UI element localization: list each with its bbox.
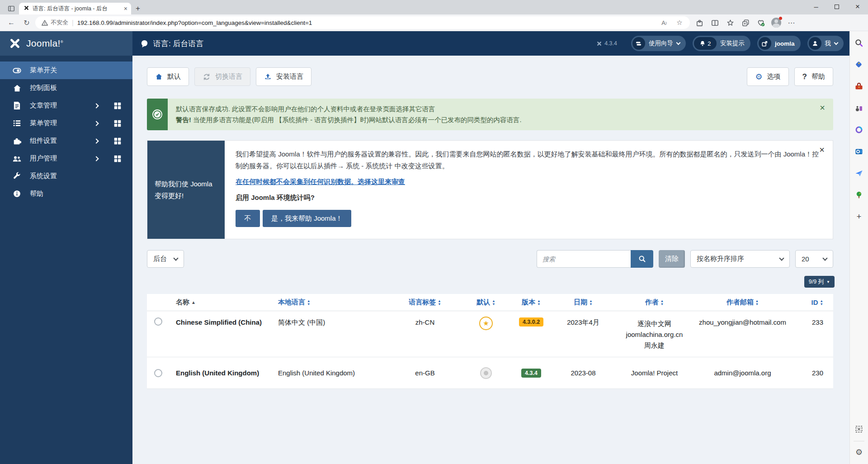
install-language-button[interactable]: 安装语言 — [256, 67, 311, 86]
split-screen-icon[interactable] — [707, 16, 722, 29]
games-icon[interactable] — [853, 102, 865, 114]
stats-review-link[interactable]: 在任何时候都不会采集到任何识别数据。选择这里来审查 — [236, 178, 405, 186]
columns-badge[interactable]: 9/9 列 ▼ — [804, 276, 835, 288]
plus-icon[interactable]: + — [853, 210, 865, 223]
version-badge: 4.3.4 — [513, 357, 549, 388]
options-button[interactable]: ⚙ 选项 — [747, 67, 788, 86]
sidebar-item-content[interactable]: 文章管理 — [0, 97, 132, 114]
snip-icon[interactable] — [853, 423, 865, 436]
author-email: admin@joomla.org — [692, 357, 793, 388]
sort-select[interactable]: 按名称升序排序 — [690, 250, 790, 268]
author-email: zhou_yongjian@hotmail.com — [692, 311, 793, 357]
grid-icon[interactable] — [113, 137, 122, 145]
grid-icon[interactable] — [113, 155, 122, 163]
bell-icon — [699, 40, 706, 47]
search-button[interactable] — [631, 250, 653, 268]
sidebar-item-components[interactable]: 组件设置 — [0, 132, 132, 150]
sort-both-icon: ▲▼ — [537, 299, 540, 306]
browser-essentials-icon[interactable] — [753, 16, 769, 29]
shopping-icon[interactable] — [853, 58, 865, 71]
user-menu-button[interactable]: 我 — [807, 36, 844, 51]
window-close-button[interactable]: × — [847, 0, 868, 14]
column-header-author[interactable]: 作者▲▼ — [617, 298, 692, 307]
filter-bar: 后台 清除 按名称升序排序 20 — [147, 250, 833, 268]
sidebar-item-help[interactable]: 帮助 — [0, 185, 132, 203]
default-toggle[interactable] — [459, 357, 513, 388]
table-header-row: 名称▲ 本地语言▲▼ 语言标签▲▼ 默认▲▼ 版本▲▼ 日期▲▼ 作者▲▼ 作者… — [147, 294, 833, 311]
native-name: English (United Kingdom) — [278, 357, 391, 388]
language-name[interactable]: Chinese Simplified (China) — [170, 311, 278, 357]
window-maximize-button[interactable] — [826, 0, 847, 14]
security-warning[interactable]: 不安全 — [42, 19, 68, 27]
search-icon[interactable] — [853, 37, 865, 49]
profile-avatar[interactable] — [769, 16, 784, 29]
browser-tab[interactable]: 语言: 后台语言 - joomla - 后台 × — [19, 3, 131, 14]
column-header-version[interactable]: 版本▲▼ — [513, 298, 549, 307]
grid-icon[interactable] — [113, 119, 122, 128]
default-toggle[interactable]: ★ — [459, 311, 513, 357]
browser-menu-icon[interactable]: ⋯ — [784, 16, 799, 29]
view-site-button[interactable]: joomla — [757, 36, 801, 51]
drop-icon[interactable] — [853, 167, 865, 180]
collections-icon[interactable] — [722, 16, 738, 29]
native-name: 简体中文 (中国) — [278, 311, 391, 357]
outlook-icon[interactable] — [853, 145, 865, 158]
column-header-default[interactable]: 默认▲▼ — [459, 298, 513, 307]
row-radio[interactable] — [147, 357, 170, 388]
speech-bubble-icon — [140, 39, 149, 48]
refresh-icon[interactable]: ↻ — [20, 16, 33, 29]
version-badge: 4.3.0.2 — [513, 311, 549, 357]
loop-icon[interactable] — [853, 123, 865, 136]
favorite-star-icon[interactable]: ☆ — [674, 17, 685, 28]
client-select[interactable]: 后台 — [147, 250, 184, 268]
url-field[interactable]: 不安全 | 192.168.0.99/administrator/index.p… — [35, 16, 690, 29]
stats-yes-button[interactable]: 是，我来帮助 Joomla！ — [263, 210, 351, 227]
back-icon[interactable]: ← — [5, 16, 18, 29]
language-name[interactable]: English (United Kingdom) — [170, 357, 278, 388]
sidebar-item-system[interactable]: 系统设置 — [0, 167, 132, 185]
new-tab-button[interactable]: + — [131, 3, 145, 14]
column-header-email[interactable]: 作者邮箱▲▼ — [692, 298, 793, 307]
alert-line2: 警告! 当使用多语言功能是(即启用 【系统插件 - 语言切换插件】时)网站默认语… — [176, 114, 811, 125]
sidebar-item-menus[interactable]: 菜单管理 — [0, 114, 132, 132]
stats-no-button[interactable]: 不 — [236, 210, 260, 227]
alert-strip — [147, 99, 168, 130]
clear-button[interactable]: 清除 — [659, 250, 685, 268]
read-aloud-icon[interactable]: A) — [658, 17, 670, 28]
tab-close-icon[interactable]: × — [124, 5, 127, 12]
post-install-messages-button[interactable]: 2 安装提示 — [693, 36, 750, 51]
extensions-icon[interactable] — [692, 16, 707, 29]
article-icon — [12, 101, 22, 110]
sort-both-icon: ▲▼ — [755, 299, 759, 306]
table-row: Chinese Simplified (China) 简体中文 (中国) zh-… — [147, 311, 833, 357]
sort-both-icon: ▲▼ — [660, 299, 664, 306]
per-page-select[interactable]: 20 — [795, 250, 833, 268]
search-input[interactable] — [537, 250, 631, 268]
grid-icon[interactable] — [113, 102, 122, 110]
help-button[interactable]: ? 帮助 — [794, 67, 833, 86]
panel-close-icon[interactable]: × — [819, 145, 825, 154]
column-header-date[interactable]: 日期▲▼ — [549, 298, 617, 307]
home-icon — [12, 84, 22, 93]
column-header-id[interactable]: ID▲▼ — [793, 298, 833, 306]
language-id: 233 — [793, 311, 833, 357]
column-header-tag[interactable]: 语言标签▲▼ — [391, 298, 459, 307]
add-to-collection-icon[interactable] — [738, 16, 753, 29]
user-icon — [809, 37, 821, 50]
column-header-native[interactable]: 本地语言▲▼ — [278, 298, 391, 307]
toolbox-icon[interactable] — [853, 80, 865, 93]
tree-icon[interactable] — [853, 189, 865, 201]
sidebar-item-dashboard[interactable]: 控制面板 — [0, 79, 132, 97]
window-minimize-button[interactable]: ─ — [806, 0, 826, 14]
settings-gear-icon[interactable]: ⚙ — [853, 446, 865, 459]
alert-close-icon[interactable]: × — [820, 99, 833, 130]
url-text: 192.168.0.99/administrator/index.php?opt… — [77, 19, 655, 26]
default-button[interactable]: 默认 — [147, 67, 189, 86]
sidebar-item-users[interactable]: 用户管理 — [0, 150, 132, 167]
tab-workspaces-icon[interactable] — [4, 3, 19, 14]
bell-badge: 2 — [694, 37, 717, 50]
sidebar-item-menu-toggle[interactable]: 菜单开关 — [0, 62, 132, 79]
row-radio[interactable] — [147, 311, 170, 357]
column-header-name[interactable]: 名称▲ — [170, 298, 278, 307]
guided-tour-button[interactable]: 使用向导 — [631, 36, 686, 51]
